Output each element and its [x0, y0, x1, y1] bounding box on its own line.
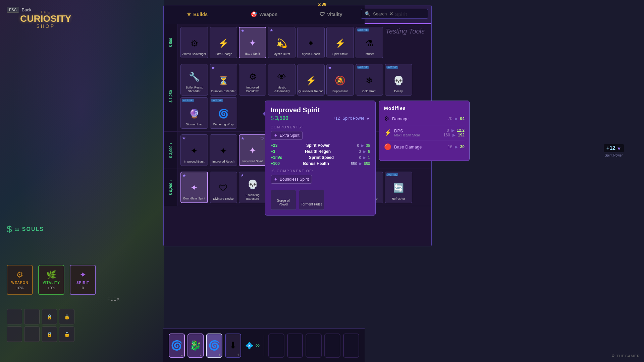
lock-icon-2: 🔒 [64, 314, 70, 319]
item-cold-front[interactable]: ACTIVE ❄ Cold Front [356, 64, 383, 96]
spirit-power-badge: +12 ★ [604, 144, 624, 152]
detail-component-of-badge: ✦ Boundless Spirit [271, 175, 312, 184]
item-extra-spirit[interactable]: ★ ✦ Extra Spirit [239, 27, 266, 58]
item-improved-reach[interactable]: ✦ Improved Reach [210, 134, 237, 166]
nearby-surge-of-power[interactable]: Surge of Power [271, 190, 296, 210]
decay-name: Decay [393, 89, 404, 93]
weapon-stat-box[interactable]: ⚙ WEAPON +0% [7, 265, 33, 295]
stat-sprint-values: 0 ▶ 1 [359, 156, 370, 160]
ability-extras: 💠 ∞ [245, 342, 260, 350]
vitality-stat-box[interactable]: 🌿 VITALITY +0% [38, 265, 64, 295]
stat-sprint-from: 0 [359, 156, 361, 160]
component-icon: ✦ [274, 133, 278, 138]
improved-reach-name: Improved Reach [212, 160, 235, 164]
ability-empty-3 [306, 334, 322, 358]
flex-slot-6[interactable] [24, 326, 40, 342]
ability-slot-1[interactable]: 🌀 1 [169, 334, 185, 358]
item-extra-charge[interactable]: ⚡ Extra Charge [210, 27, 237, 58]
tab-builds[interactable]: ★ Builds [164, 5, 231, 24]
item-decay[interactable]: ACTIVE 💀 Decay [385, 64, 412, 96]
mystic-reach-icon: ✦ [303, 35, 319, 52]
spirit-stat-box[interactable]: ✦ SPIRIT 0 [70, 265, 96, 295]
base-damage-mod-old: 16 [448, 144, 452, 149]
tab-vitality[interactable]: 🛡 Vitality [298, 5, 365, 24]
item-mystic-vulnerability[interactable]: 👁 Mystic Vulnerability [268, 64, 296, 96]
nearby-surge-name: Surge of Power [271, 197, 296, 207]
flex-slot-1[interactable] [7, 309, 22, 324]
suppressor-icon: 🔕 [332, 72, 348, 89]
shop-curiosity-text: CURIOSITY [20, 14, 71, 23]
search-bar[interactable]: 🔍 Search ✕ [361, 9, 428, 19]
item-diviners-kevlar[interactable]: 🛡 Diviner's Kevlar [210, 172, 237, 203]
flex-slot-5[interactable] [7, 326, 22, 342]
item-mystic-reach[interactable]: ✦ Mystic Reach [297, 27, 325, 58]
boundless-spirit-star: ★ [182, 173, 186, 178]
stat-bonus-from: 550 [351, 162, 357, 166]
nearby-items: Surge of Power Torment Pulse [271, 190, 370, 210]
quicksilver-reload-name: Quicksilver Reload [298, 89, 324, 93]
item-improved-spirit[interactable]: ★ 🛡 ✦ Improved Spirit [239, 134, 266, 166]
item-ammo-scavenger[interactable]: ⚙ Ammo Scavenger [180, 27, 208, 58]
item-suppressor[interactable]: ★ 🔕 Suppressor [326, 64, 354, 96]
max-health-steal-values: 160 ▶ 192 [443, 133, 465, 137]
health-steal-arrow: ▶ [452, 133, 455, 137]
stat-health-regen-name: Health Regen [305, 149, 331, 154]
stat-bonus-health-name: Bonus Health [303, 161, 329, 166]
item-boundless-spirit[interactable]: ★ ✦ Boundless Spirit [180, 172, 208, 203]
item-improved-burst[interactable]: ★ ✦ Improved Burst [180, 134, 208, 166]
stat-health-regen-plus: +3 [271, 149, 275, 154]
cost-value: 3,500 [275, 115, 288, 121]
flex-slot-2[interactable] [24, 309, 40, 324]
ability-slot-4[interactable]: ⬇ 4 [225, 334, 241, 358]
item-withering-whip[interactable]: ACTIVE 🌀 Withering Whip [210, 97, 237, 129]
detail-title: Improved Spirit [271, 106, 370, 114]
item-slowing-hex[interactable]: ACTIVE 🔮 Slowing Hex [180, 97, 208, 129]
spirit-strike-name: Spirit Strike [332, 52, 348, 56]
slowing-hex-active-badge: ACTIVE [182, 99, 194, 102]
detail-cost-bonus-plus: +12 [333, 116, 340, 121]
extra-spirit-star: ★ [241, 28, 245, 33]
item-bullet-resist-shredder[interactable]: 🔧 Bullet Resist Shredder [180, 64, 208, 96]
ability-bar: 🌀 1 🐉 2 🌀 3 ⬇ 4 💠 ∞ [163, 328, 365, 362]
base-damage-mod-name: Base Damage [394, 144, 422, 149]
bottom-stats-area: ⚙ WEAPON +0% 🌿 VITALITY +0% ✦ SPIRIT 0 [7, 265, 96, 295]
flex-slot-3[interactable]: 🔒 [42, 309, 57, 324]
nearby-torment-name: Torment Pulse [300, 201, 324, 207]
stat-bonus-health-plus: +100 [271, 161, 280, 166]
stat-spirit-power-values: 0 ▶ 35 [357, 143, 370, 148]
item-spirit-strike[interactable]: ⚡ Spirit Strike [326, 27, 354, 58]
cold-front-name: Cold Front [362, 89, 377, 93]
ability-slot-2[interactable]: 🐉 2 [187, 334, 204, 358]
item-duration-extender[interactable]: ★ ⏳ Duration Extender [210, 64, 237, 96]
item-mystic-burst[interactable]: ★ 💫 Mystic Burst [268, 27, 296, 58]
stat-bonus-to: 650 [364, 162, 370, 166]
spirit-power-star-icon: ★ [617, 145, 621, 151]
stat-arrow-3: ▶ [363, 156, 366, 160]
item-refresher[interactable]: ACTIVE 🔄 Refresher [385, 172, 412, 203]
detail-component-badge: ✦ Extra Spirit [271, 131, 303, 140]
search-close-icon[interactable]: ✕ [389, 11, 393, 16]
item-improved-cooldown[interactable]: ⚙ Improved Cooldown [239, 64, 266, 96]
esc-key[interactable]: ESC [7, 7, 19, 13]
bullet-resist-icon: 🔧 [186, 68, 203, 85]
testing-tools-hint: Testing Tools [386, 27, 425, 35]
game-background [0, 0, 164, 362]
item-escalating-exposure[interactable]: ★ 💀 Escalating Exposure [239, 172, 266, 203]
tab-weapon[interactable]: 🎯 Weapon [231, 5, 298, 24]
flex-slot-4[interactable]: 🔒 [59, 309, 74, 324]
ability-slot-3[interactable]: 🌀 3 [206, 334, 222, 358]
mystic-vulnerability-icon: 👁 [273, 68, 290, 85]
item-quicksilver-reload[interactable]: ⚡ Quicksilver Reload [297, 64, 325, 96]
infinity-icon: ∞ [15, 226, 19, 233]
improved-cooldown-name: Improved Cooldown [239, 86, 266, 93]
nearby-torment-pulse[interactable]: Torment Pulse [299, 190, 324, 210]
item-infuser[interactable]: ACTIVE ⚗ Infuser [356, 27, 383, 58]
vitality-stat-name: VITALITY [43, 281, 60, 285]
price-3000: $ 3,000 + [164, 132, 178, 169]
damage-mod-arrow: ▶ [455, 116, 458, 121]
flex-slot-8[interactable]: 🔒 [59, 326, 74, 342]
stat-bonus-health-values: 550 ▶ 650 [351, 162, 370, 166]
weapon-stat-name: WEAPON [11, 281, 29, 285]
flex-slot-7[interactable]: 🔒 [42, 326, 57, 342]
detail-star-icon: ★ [366, 116, 370, 121]
